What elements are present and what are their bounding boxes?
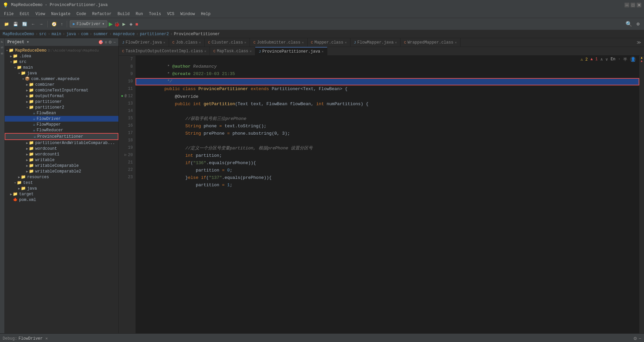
- menu-vcs[interactable]: VCS: [164, 11, 177, 17]
- run-config-selector[interactable]: ▶ FlowDriver ▾: [70, 20, 107, 27]
- tree-wordcount[interactable]: ▶ 📁 wordcount: [5, 146, 118, 151]
- debug-settings-btn[interactable]: ⚙: [633, 336, 637, 341]
- stop-button[interactable]: ■: [135, 21, 138, 27]
- tab-flowdriver[interactable]: J FlowDriver.java ✕: [119, 38, 169, 47]
- menu-code[interactable]: Code: [74, 11, 89, 17]
- tree-idea[interactable]: ▶ 📁 .idea: [5, 53, 118, 59]
- tree-pom[interactable]: ▶ 🍁 pom.xml: [5, 197, 118, 203]
- tab-flowmapper[interactable]: J FlowMapper.java ✕: [351, 38, 401, 47]
- caret-down-icon[interactable]: ∨: [605, 57, 608, 62]
- line-num-19: 19: [119, 144, 133, 151]
- menu-file[interactable]: File: [1, 11, 16, 17]
- tree-java[interactable]: ▾ 📁 java: [5, 70, 118, 76]
- tree-main[interactable]: ▾ 📁 main: [5, 65, 118, 70]
- tree-target[interactable]: ▶ 📁 target: [5, 191, 118, 197]
- tree-wordcount1[interactable]: ▶ 📁 wordcount1: [5, 151, 118, 157]
- toolbar-reformat-btn[interactable]: ↑: [59, 21, 64, 27]
- tree-writable-comparable[interactable]: ▶ 📁 writableComparable: [5, 163, 118, 168]
- editor-indicators: ⚠ 2 ▲ 1 ∧ ∨ En · 半 👤: [579, 56, 637, 63]
- breadcrumb-project[interactable]: MapReduceDemo: [3, 32, 34, 37]
- warning-indicator: ▲: [641, 56, 642, 60]
- caret-up-icon[interactable]: ∧: [600, 57, 603, 62]
- breadcrumb-mapreduce[interactable]: mapreduce: [113, 32, 135, 37]
- menu-edit[interactable]: Edit: [17, 11, 32, 17]
- user-icon: 👤: [630, 56, 636, 62]
- tab-province-partitioner[interactable]: J ProvincePartitioner.java ✕: [255, 47, 327, 55]
- code-content[interactable]: * @author Redamancy * @create 2022-10-03…: [136, 56, 639, 333]
- tree-combiner[interactable]: ▶ 📁 combiner: [5, 82, 118, 87]
- breadcrumb-main[interactable]: main: [52, 32, 61, 37]
- restore-button[interactable]: □: [631, 3, 635, 7]
- breadcrumb-com[interactable]: com: [81, 32, 89, 37]
- tree-partitioner-comparable[interactable]: ▶ 📁 partitionerAndWritableComparab...: [5, 140, 118, 146]
- coverage-button[interactable]: ▶: [121, 21, 127, 27]
- run-button[interactable]: ▶: [109, 21, 113, 27]
- tree-resources[interactable]: ▶ 📁 resources: [5, 174, 118, 180]
- tree-partitioner2[interactable]: ▾ 📁 partitioner2: [5, 105, 118, 110]
- tab-maptask[interactable]: C MapTask.class ✕: [210, 47, 255, 55]
- tree-package[interactable]: ▾ 📦 com.summer.mapreduce: [5, 76, 118, 82]
- project-icon[interactable]: P: [1, 41, 4, 43]
- breadcrumb-java[interactable]: java: [66, 32, 76, 37]
- tree-province-partitioner[interactable]: ▶ ☕ ProvincePartitioner: [5, 133, 118, 140]
- panel-collapse-btn[interactable]: −: [113, 40, 116, 45]
- breadcrumb-file[interactable]: ProvincePartitioner: [174, 32, 220, 37]
- tab-jobsubmitter[interactable]: C JobSubmitter.class ✕: [250, 38, 307, 47]
- close-button[interactable]: ✕: [637, 3, 641, 7]
- minimize-button[interactable]: ─: [625, 3, 629, 7]
- structure-icon[interactable]: S: [1, 47, 4, 48]
- menu-build[interactable]: Build: [115, 11, 132, 17]
- menu-view[interactable]: View: [33, 11, 48, 17]
- tab-wrappedmapper[interactable]: C WrappedMapper.class ✕: [400, 38, 460, 47]
- tree-root[interactable]: ▾ 📁 MapReduceDemo D:\Acode\Hadoop\MapRed…: [5, 48, 118, 53]
- tree-combine-text[interactable]: ▶ 📁 combineTextInputformat: [5, 87, 118, 93]
- menu-tools[interactable]: Tools: [146, 11, 164, 17]
- breadcrumb-summer[interactable]: summer: [93, 32, 108, 37]
- line-num-18: 18: [119, 137, 133, 144]
- tree-flowbean[interactable]: ▶ ☕ FlowBean: [5, 110, 118, 116]
- tabs-more-button[interactable]: ≫: [634, 38, 644, 47]
- toolbar-save-btn[interactable]: 💾: [12, 21, 19, 27]
- debug-minimize-btn[interactable]: −: [639, 336, 641, 341]
- toolbar-refresh-btn[interactable]: 🔄: [21, 21, 29, 27]
- panel-sort-btn[interactable]: ≡: [105, 40, 107, 45]
- tab-mapper[interactable]: C Mapper.class ✕: [308, 38, 351, 47]
- line-num-21: 21: [119, 159, 133, 166]
- menu-help[interactable]: Help: [198, 11, 213, 17]
- tab-cluster-class[interactable]: C Cluster.class ✕: [205, 38, 250, 47]
- indent-indicator: ·: [618, 57, 621, 62]
- toolbar-back-btn[interactable]: ←: [30, 21, 37, 27]
- debug-button[interactable]: 🐞: [114, 21, 120, 27]
- tree-flowdriver[interactable]: ▶ ☕ FlowDriver: [5, 116, 118, 122]
- bookmarks-icon[interactable]: B: [1, 53, 4, 54]
- tree-writable[interactable]: ▶ 📁 writable: [5, 157, 118, 163]
- tab-taskinputoutput[interactable]: C TaskInputOutputContextImpl.class ✕: [119, 47, 210, 55]
- search-everywhere-button[interactable]: 🔍: [624, 20, 634, 28]
- menu-run[interactable]: Run: [133, 11, 146, 17]
- tree-test[interactable]: ▾ 📁 test: [5, 180, 118, 186]
- panel-settings-btn[interactable]: ⚙: [108, 40, 112, 45]
- toolbar-nav-btn[interactable]: 🧭: [50, 21, 58, 27]
- menu-refactor[interactable]: Refactor: [90, 11, 114, 17]
- tree-flowmapper[interactable]: ▶ ☕ FlowMapper: [5, 122, 118, 127]
- debug-close-btn[interactable]: ✕: [45, 336, 48, 341]
- tree-flowreducer[interactable]: ▶ ☕ FlowReducer: [5, 127, 118, 133]
- tree-test-java[interactable]: ▶ 📁 java: [5, 186, 118, 191]
- tab-job-class[interactable]: C Job.class ✕: [169, 38, 205, 47]
- tree-partitioner[interactable]: ▶ 📁 partitioner: [5, 99, 118, 105]
- breadcrumb-partitioner2[interactable]: partitioner2: [140, 32, 169, 37]
- tree-outputformat[interactable]: ▶ 📁 outputformat: [5, 93, 118, 99]
- toolbar-forward-btn[interactable]: →: [38, 21, 45, 27]
- profile-button[interactable]: ◈: [128, 21, 134, 27]
- menu-navigate[interactable]: Navigate: [48, 11, 73, 17]
- toolbar-open-btn[interactable]: 📁: [3, 21, 10, 27]
- tree-writable-comparable2[interactable]: ▶ 📁 writableComparable2: [5, 168, 118, 174]
- code-line-18: //定义一个分区号变量partition, 根据prePhone 设置分区号: [136, 137, 639, 145]
- bottom-tabs: Debug: FlowDriver ✕ ⚙ −: [0, 334, 644, 342]
- breadcrumb-src[interactable]: src: [39, 32, 47, 37]
- editor-area: J FlowDriver.java ✕ C Job.class ✕ C Clus…: [119, 38, 644, 333]
- tree-src[interactable]: ▾ 📁 src: [5, 59, 118, 65]
- settings-button[interactable]: ⚙: [635, 21, 641, 27]
- menu-window[interactable]: Window: [178, 11, 198, 17]
- panel-locate-btn[interactable]: 🎯: [98, 40, 103, 45]
